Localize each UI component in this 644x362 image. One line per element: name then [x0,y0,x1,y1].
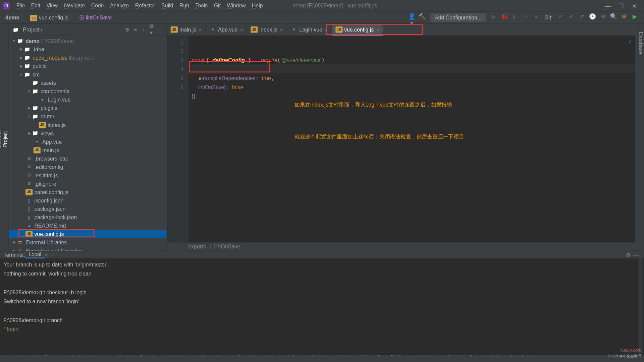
terminal-settings-icon[interactable]: ⚙ [624,252,632,258]
close-icon[interactable]: × [199,27,202,32]
terminal-body[interactable]: Your branch is up to date with 'origin/m… [0,258,644,355]
menu-run[interactable]: Run [176,3,193,9]
run-anything-icon[interactable]: ▶ [630,13,639,22]
tree-browserslistrc[interactable]: .browserslistrc [9,154,167,163]
terminal-hide-icon[interactable]: — [632,252,640,258]
window-maximize[interactable]: ❐ [614,2,628,9]
run-icon[interactable]: ▶ [489,13,498,22]
tree-jsconfig[interactable]: jsconfig.json [9,196,167,204]
project-sidebar: Project ⊕ ≡ ⫞ ⚙ ▾ — ▼demo F:\0928\demo ▶… [9,24,167,251]
add-configuration[interactable]: Add Configuration... [430,13,486,22]
git-commit-icon[interactable]: ✓ [567,13,576,22]
menu-refactor[interactable]: Refactor [132,3,158,9]
menu-file[interactable]: File [13,3,28,9]
tree-gitignore[interactable]: .gitignore [9,179,167,188]
locate-icon[interactable]: ⊕ [123,26,131,33]
tab-index-js[interactable]: index.js× [247,24,287,36]
tree-main-js[interactable]: main.js [9,146,167,154]
editor-area: main.js× App.vue× index.js× Login.vue× v… [167,24,635,251]
tree-root[interactable]: ▼demo F:\0928\demo [9,37,167,45]
crumb-root[interactable]: demo [4,14,29,21]
tree-app-vue[interactable]: App.vue [9,137,167,146]
sidebar-title[interactable]: Project [23,26,43,33]
app-icon: IJ [3,2,10,9]
tree-external-libs[interactable]: ▶𝌆External Libraries [9,238,167,246]
tree-assets[interactable]: assets [9,79,167,87]
tree-scratches[interactable]: ▶Scratches and Consoles [9,246,167,251]
code-editor[interactable]: 123456 const { defineConfig } = require(… [167,36,635,242]
debug-icon[interactable]: 🐞 [500,13,509,22]
terminal-scrollbar[interactable] [638,258,643,355]
tab-main-js[interactable]: main.js× [167,24,206,36]
terminal-new-tab[interactable]: + [48,252,58,258]
close-icon[interactable]: × [240,27,243,32]
menu-tools[interactable]: Tools [192,3,211,9]
menu-navigate[interactable]: Navigate [61,3,88,9]
tab-login-vue[interactable]: Login.vue× [287,24,332,36]
build-icon[interactable]: 🔨 [418,13,427,22]
crumb-symbol[interactable]: ⦿ lintOnSave [77,14,113,20]
stop-icon[interactable]: ■ [532,13,541,22]
tree-components[interactable]: ▼components [9,87,167,96]
tree-views[interactable]: ▶views [9,129,167,137]
right-tool-strip: Database [635,24,644,251]
code-content[interactable]: const { defineConfig } = require('@vue/c… [188,36,635,242]
tree-src[interactable]: ▼src [9,70,167,79]
menu-analyze[interactable]: Analyze [107,3,132,9]
git-history-icon[interactable]: 🕓 [588,13,597,22]
tab-vue-config[interactable]: vue.config.js× [332,24,383,36]
git-rollback-icon[interactable]: ⟲ [599,13,607,22]
collapse-icon[interactable]: ⫞ [139,26,147,33]
editor-tabs: main.js× App.vue× index.js× Login.vue× v… [167,24,635,36]
crumb-file[interactable]: vue.config.js [28,14,77,21]
inspection-ok-icon[interactable]: ✓ [628,39,632,45]
user-icon[interactable]: 👤▾ [407,13,416,22]
profile-icon[interactable]: ⟳ [521,13,530,22]
annotation-text: 如果在index.js文件里面，导入Login.vue文件的东西之后，如果报错 … [294,78,464,163]
window-minimize[interactable]: — [601,2,614,9]
tree-vueconfig[interactable]: vue.config.js [9,230,167,238]
right-tab-database[interactable]: Database [638,32,644,247]
ide-settings-icon[interactable]: ⚙ [620,13,629,22]
settings-icon[interactable]: ⚙ ▾ [147,23,155,36]
tree-babel[interactable]: babel.config.js [9,188,167,196]
close-icon[interactable]: × [325,27,328,32]
tree-package[interactable]: package.json [9,204,167,213]
menu-help[interactable]: Help [249,3,266,9]
menu-code[interactable]: Code [88,3,107,9]
tree-readme[interactable]: README.md [9,221,167,230]
close-icon[interactable]: × [376,27,379,32]
coverage-icon[interactable]: ◧ [511,13,520,22]
menu-bar: IJ File Edit View Navigate Code Analyze … [0,0,644,12]
tree-plugins[interactable]: ▶plugins [9,104,167,112]
menu-git[interactable]: Git [211,3,224,9]
tree-login-vue[interactable]: Login.vue [9,96,167,104]
tree-idea[interactable]: ▶.idea [9,45,167,53]
menu-view[interactable]: View [43,3,61,9]
line-gutter: 123456 [167,36,188,242]
close-icon[interactable]: × [280,27,283,32]
search-icon[interactable]: 🔍 [609,13,618,22]
tree-eslintrc[interactable]: .eslintrc.js [9,171,167,179]
menu-build[interactable]: Build [158,3,176,9]
tab-app-vue[interactable]: App.vue× [206,24,247,36]
git-update-icon[interactable]: ✓ [556,13,565,22]
watermark: Yuucn.com [620,348,641,353]
window-close[interactable]: ✕ [628,2,641,9]
folder-icon [12,26,19,33]
nav-bar: demo vue.config.js ⦿ lintOnSave 👤▾ 🔨 Add… [0,12,644,24]
tree-router-index[interactable]: index.js [9,121,167,129]
menu-window[interactable]: Window [224,3,249,9]
expand-icon[interactable]: ≡ [131,26,139,33]
tree-editorconfig[interactable]: .editorconfig [9,163,167,171]
left-tab-project[interactable]: Project [2,32,8,247]
left-tab-commit[interactable]: Commit [0,32,2,247]
tree-package-lock[interactable]: package-lock.json [9,213,167,221]
tree-node-modules[interactable]: ▶node_modules library root [9,53,167,62]
tree-router[interactable]: ▼router [9,112,167,121]
hide-icon[interactable]: — [155,26,163,33]
git-push-icon[interactable]: ↗ [577,13,586,22]
terminal-tab-local[interactable]: Local [25,251,45,258]
tree-public[interactable]: ▶public [9,62,167,70]
menu-edit[interactable]: Edit [28,3,44,9]
